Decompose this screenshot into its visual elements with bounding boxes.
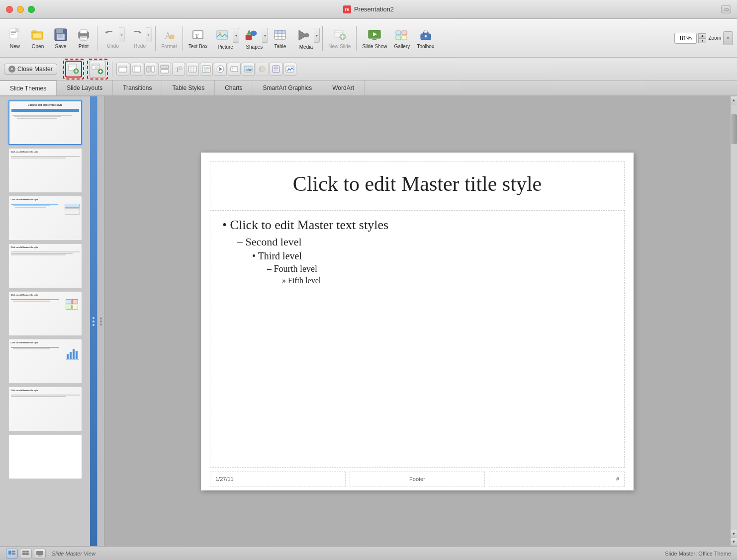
presenter-view-button[interactable] [34, 549, 46, 559]
add-layout-button[interactable] [89, 61, 106, 78]
master-btn-2[interactable] [130, 63, 143, 76]
slide-thumb-3[interactable]: Click to edit Master title style [8, 196, 82, 240]
slide-body-level5: » Fifth level [282, 276, 612, 285]
toolbar-open[interactable]: Open [27, 25, 49, 51]
tab-table-styles[interactable]: Table Styles [162, 80, 215, 95]
toolbar-media[interactable] [292, 26, 314, 44]
svg-rect-111 [25, 553, 28, 555]
add-slide-master-button[interactable] [65, 61, 82, 78]
slide-thumb-4[interactable]: Click to edit Master title style [8, 243, 82, 288]
picture-dropdown[interactable]: ▼ [233, 28, 239, 43]
master-btn-7[interactable] [200, 63, 213, 76]
footer-date-box[interactable]: 1/27/11 [210, 472, 346, 486]
t2l2 [11, 158, 66, 159]
toolbar-slideshow[interactable]: Slide Show [359, 25, 390, 51]
window-resize-button[interactable]: ▭ [721, 5, 731, 13]
master-btn-13[interactable] [283, 63, 296, 76]
new-icon [7, 27, 23, 43]
toolbar-more-button[interactable]: » [723, 31, 733, 45]
gallery-label: Gallery [394, 44, 410, 49]
footer-right-box[interactable]: # [489, 472, 625, 486]
svg-rect-47 [396, 36, 401, 40]
scroll-up-button[interactable]: ▲ [731, 96, 737, 104]
master-btn-10[interactable]: abc [242, 63, 255, 76]
toolbar-print[interactable]: Print [73, 25, 94, 51]
slide-thumb-2[interactable]: Click to edit Master title style [8, 148, 82, 193]
tab-charts[interactable]: Charts [215, 80, 253, 95]
toolbar-shapes[interactable] [240, 26, 262, 44]
format-label: Format [161, 44, 177, 49]
app-icon: re [343, 5, 351, 13]
scroll-expand-button[interactable]: ▼ [731, 538, 737, 546]
toolbar-divider-2 [155, 26, 156, 51]
panel-resize-handle[interactable] [90, 96, 97, 546]
undo-combo[interactable]: ▼ [101, 27, 125, 42]
toolbar-undo[interactable] [101, 28, 119, 42]
toolbar-save[interactable]: Save [50, 25, 72, 51]
panel-toggle[interactable] [97, 96, 104, 546]
zoom-input[interactable]: 81% [674, 33, 697, 44]
window-controls [6, 6, 35, 13]
slide-thumb-8[interactable] [8, 434, 82, 479]
tab-transitions[interactable]: Transitions [113, 80, 162, 95]
master-btn-9[interactable] [228, 63, 241, 76]
tab-slide-layouts[interactable]: Slide Layouts [57, 80, 113, 95]
master-btn-1[interactable] [116, 63, 129, 76]
master-btn-12[interactable] [270, 63, 282, 76]
close-button[interactable] [6, 6, 13, 13]
minimize-button[interactable] [17, 6, 24, 13]
toolbar-redo[interactable] [128, 28, 146, 42]
media-dropdown[interactable]: ▼ [314, 28, 320, 43]
svg-rect-94 [273, 66, 279, 73]
scroll-contract-button[interactable]: ▼ [731, 530, 737, 538]
svg-marker-27 [247, 30, 251, 34]
redo-combo[interactable]: ▼ [128, 27, 152, 42]
svg-rect-100 [70, 352, 72, 359]
toolbox-icon [418, 27, 434, 43]
toolbar-new[interactable]: New [4, 25, 26, 51]
slide-title-box[interactable]: Click to edit Master title style [210, 161, 625, 206]
t5-box-row [66, 299, 80, 304]
scroll-thumb[interactable] [731, 114, 737, 144]
t7l1 [11, 395, 80, 396]
undo-label: Undo [101, 43, 125, 49]
t3l3 [15, 207, 47, 208]
redo-dropdown[interactable]: ▼ [146, 27, 152, 42]
master-btn-8[interactable] [214, 63, 227, 76]
slide-thumb-1[interactable]: Click to edit Master title style [8, 100, 82, 145]
zoom-down[interactable]: ▼ [698, 38, 706, 43]
tab-smartart[interactable]: SmartArt Graphics [253, 80, 323, 95]
master-btn-4[interactable] [158, 63, 171, 76]
toolbar-table[interactable]: Table [269, 25, 291, 51]
master-btn-6[interactable] [186, 63, 199, 76]
grid-view-button[interactable] [20, 549, 32, 559]
svg-text:T: T [195, 32, 199, 39]
tab-wordart[interactable]: WordArt [322, 80, 365, 95]
slide-body-box[interactable]: • Click to edit Master text styles – Sec… [210, 210, 625, 468]
slide-thumb-7[interactable]: Click to edit Master title style [8, 387, 82, 431]
toolbar-format[interactable]: A Format [158, 25, 180, 51]
tab-slide-themes[interactable]: Slide Themes [0, 80, 57, 95]
toolbar-newslide[interactable]: New Slide [325, 25, 354, 51]
footer-center-box[interactable]: Footer [350, 472, 485, 486]
toolbar-picture[interactable] [211, 26, 233, 44]
undo-dropdown[interactable]: ▼ [119, 27, 125, 42]
shapes-dropdown[interactable]: ▼ [262, 28, 268, 43]
svg-rect-61 [95, 67, 98, 69]
t7l2 [11, 396, 66, 397]
slide-thumb-6[interactable]: Click to edit Master title style [8, 339, 82, 384]
body-text-3: Third level [258, 250, 302, 261]
footer-right-text: # [616, 476, 619, 482]
maximize-button[interactable] [28, 6, 35, 13]
toolbar-gallery[interactable]: Gallery [391, 25, 413, 51]
master-btn-5[interactable]: T [172, 63, 185, 76]
close-master-button[interactable]: ✕ Close Master [4, 64, 57, 75]
svg-rect-67 [133, 66, 141, 72]
slide-thumb-5[interactable]: Click to edit Master title style [8, 291, 82, 336]
zoom-up[interactable]: ▲ [698, 33, 706, 38]
toolbar-textbox[interactable]: T Text Box [185, 25, 210, 51]
master-btn-3[interactable] [144, 63, 157, 76]
toolbar-toolbox[interactable]: Toolbox [414, 25, 437, 51]
normal-view-button[interactable] [6, 549, 18, 559]
master-btn-11[interactable]: i [256, 63, 269, 76]
